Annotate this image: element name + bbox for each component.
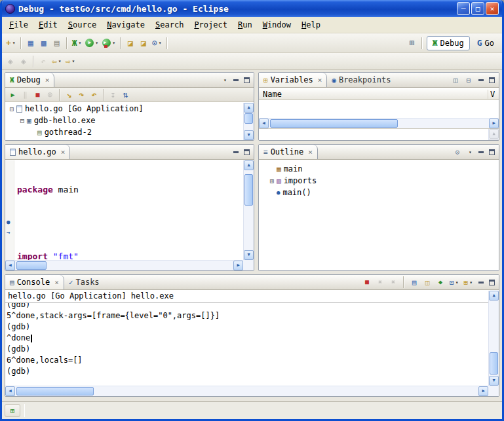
scroll-up-button[interactable]: ▲ <box>489 129 499 139</box>
menu-navigate[interactable]: Navigate <box>102 18 150 31</box>
scrollbar-thumb[interactable] <box>244 174 253 206</box>
tree-row[interactable]: ▤ gothread-2 <box>5 126 243 138</box>
tab-console[interactable]: ▤ Console × <box>5 275 64 289</box>
close-icon[interactable]: × <box>61 149 66 156</box>
scrollbar-track[interactable] <box>269 119 489 128</box>
scroll-down-button[interactable]: ▼ <box>489 376 499 386</box>
editor-code-area[interactable]: package main import "fmt" func main() { … <box>17 162 243 260</box>
console-terminate-button[interactable]: ■ <box>361 276 373 288</box>
debug-dropdown-button[interactable]: Ж ▾ <box>70 36 84 50</box>
scrollbar-thumb[interactable] <box>16 261 47 270</box>
chevron-down-icon[interactable]: ▾ <box>456 280 459 285</box>
scrollbar-track[interactable] <box>244 170 254 250</box>
code-line[interactable] <box>17 217 243 229</box>
tab-tasks[interactable]: ✓ Tasks <box>64 275 104 289</box>
suspend-button[interactable]: ‖ <box>19 88 31 101</box>
vertical-scrollbar[interactable]: ▲ ▼ <box>243 103 254 140</box>
disconnect-button[interactable]: ⊗ <box>44 88 56 101</box>
open-perspective-button[interactable]: ⊞ <box>406 36 419 50</box>
pin-console-button[interactable]: ◆ <box>435 276 446 288</box>
close-icon[interactable]: × <box>54 279 59 286</box>
scrollbar-thumb[interactable] <box>16 387 94 395</box>
horizontal-scrollbar[interactable]: ◀ ▶ <box>259 118 499 128</box>
view-menu-button[interactable]: ▾ <box>220 75 229 85</box>
scrollbar-thumb[interactable] <box>490 352 498 375</box>
chevron-down-icon[interactable]: ▾ <box>159 40 162 46</box>
menu-help[interactable]: Help <box>296 18 326 31</box>
chevron-down-icon[interactable]: ▾ <box>469 280 473 285</box>
scroll-left-button[interactable]: ◀ <box>5 261 15 270</box>
focus-button[interactable]: ⊙ <box>452 146 463 158</box>
next-annotation-button[interactable]: ◈ <box>17 54 30 69</box>
scroll-right-button[interactable]: ▶ <box>233 261 243 270</box>
step-filters-button[interactable]: ⇅ <box>119 88 132 101</box>
run-dropdown-button[interactable]: ▶ ▾ <box>83 36 100 50</box>
terminate-button[interactable]: ■ <box>31 88 44 101</box>
save-all-button[interactable]: ▩ <box>37 36 50 50</box>
scroll-lock-button[interactable]: ◫ <box>421 276 433 288</box>
code-line[interactable]: package main <box>17 184 243 195</box>
external-tools-button[interactable]: ▶ ▾ <box>100 36 117 50</box>
remove-launch-button[interactable]: ✖ <box>374 276 386 288</box>
scroll-right-button[interactable]: ▶ <box>489 119 499 128</box>
step-over-button[interactable]: ↷ <box>75 88 88 101</box>
scrollbar-track[interactable] <box>489 301 499 376</box>
new-wizard-button[interactable]: + ▾ <box>4 36 18 50</box>
scrollbar-track[interactable] <box>244 113 254 130</box>
close-icon[interactable]: × <box>308 149 313 156</box>
menu-search[interactable]: Search <box>150 18 189 31</box>
expander-icon[interactable]: ⊟ <box>18 117 26 124</box>
step-into-button[interactable]: ↘ <box>63 88 75 101</box>
console-output-area[interactable]: (gdb) 5^done,stack-args=[frame={level="0… <box>5 303 488 386</box>
scroll-up-button[interactable]: ▲ <box>244 103 254 113</box>
window-close-button[interactable]: × <box>486 2 499 15</box>
back-button[interactable]: ⇦ ▾ <box>50 54 64 69</box>
save-button[interactable]: ▦ <box>24 36 37 50</box>
close-icon[interactable]: × <box>318 77 322 84</box>
maximize-view-button[interactable] <box>487 75 497 85</box>
perspective-go-button[interactable]: G Go <box>471 36 500 50</box>
maximize-view-button[interactable] <box>242 147 252 157</box>
chevron-down-icon[interactable]: ▾ <box>71 58 75 64</box>
value-column-header[interactable]: V <box>488 90 499 99</box>
scroll-down-button[interactable]: ▼ <box>244 130 254 140</box>
chevron-down-icon[interactable]: ▾ <box>12 40 16 46</box>
tab-debug[interactable]: Ж Debug × <box>5 73 54 87</box>
scrollbar-track[interactable] <box>15 386 478 396</box>
minimize-view-button[interactable] <box>476 147 486 157</box>
remove-all-launches-button[interactable]: ✖ <box>387 276 399 288</box>
window-titlebar[interactable]: Debug - testGo/src/cmd/hello.go - Eclips… <box>2 0 502 17</box>
outline-item-main-func[interactable]: ● main() <box>259 187 499 198</box>
menu-file[interactable]: File <box>4 18 33 31</box>
show-type-names-button[interactable]: ◫ <box>450 74 461 86</box>
scrollbar-thumb[interactable] <box>244 113 253 124</box>
last-edit-location-button[interactable]: ↶ <box>37 54 50 69</box>
close-icon[interactable]: × <box>45 77 50 84</box>
scroll-up-button[interactable]: ▲ <box>489 291 499 301</box>
tree-row[interactable]: ⊟ ▣ gdb-hello.exe <box>5 115 243 126</box>
chevron-down-icon[interactable]: ▾ <box>95 40 98 46</box>
drop-to-frame-button[interactable]: ↧ <box>107 88 119 101</box>
outline-tree[interactable]: ▦ main ⊞ ▥ imports ● main() <box>259 160 499 270</box>
name-column-header[interactable]: Name <box>259 90 488 99</box>
search-button[interactable]: ⊙ ▾ <box>150 36 164 50</box>
chevron-down-icon[interactable]: ▾ <box>78 40 81 46</box>
forward-button[interactable]: ⇨ ▾ <box>64 54 77 69</box>
scroll-up-button[interactable]: ▲ <box>244 160 254 170</box>
maximize-view-button[interactable] <box>487 278 497 287</box>
horizontal-scrollbar[interactable]: ◀ ▶ <box>5 260 243 270</box>
open-console-button[interactable]: ⊞ ▾ <box>462 276 475 288</box>
chevron-down-icon[interactable]: ▾ <box>58 58 62 64</box>
tab-outline[interactable]: ≡ Outline × <box>259 145 318 159</box>
tab-hello-go[interactable]: hello.go × <box>5 145 70 159</box>
expander-icon[interactable]: ⊟ <box>8 105 16 113</box>
open-folder-button[interactable]: ◪ <box>124 36 137 50</box>
clear-console-button[interactable]: ▤ <box>408 276 420 288</box>
scrollbar-track[interactable] <box>15 261 233 270</box>
view-menu-button[interactable]: ▾ <box>465 147 475 157</box>
menu-run[interactable]: Run <box>233 18 258 31</box>
scroll-left-button[interactable]: ◀ <box>259 119 269 128</box>
outline-item-imports[interactable]: ⊞ ▥ imports <box>259 175 499 187</box>
tab-variables[interactable]: ⊞ Variables × <box>259 73 327 87</box>
chevron-down-icon[interactable]: ▾ <box>112 40 115 46</box>
